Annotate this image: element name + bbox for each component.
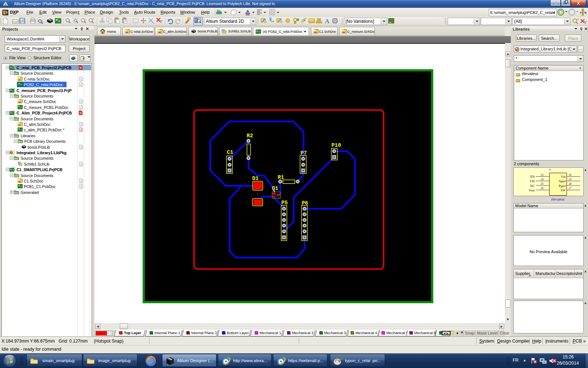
- svg-text:P7: P7: [301, 150, 307, 156]
- svg-text:A: A: [325, 18, 330, 25]
- svg-text:P10: P10: [331, 142, 341, 148]
- svg-text:C1: C1: [227, 149, 233, 155]
- svg-text:26: 26: [541, 187, 544, 190]
- svg-text:R2: R2: [247, 133, 253, 139]
- svg-text:Vout: Vout: [528, 188, 535, 192]
- svg-text:EN: EN: [530, 175, 535, 178]
- svg-text:élevateur: élevateur: [551, 197, 565, 201]
- svg-text:27: 27: [569, 187, 571, 190]
- svg-text:Pgnd: Pgnd: [559, 184, 566, 188]
- svg-text:Q1: Q1: [272, 185, 279, 191]
- svg-text:SW: SW: [561, 188, 566, 192]
- svg-text:Sgnd: Sgnd: [559, 179, 566, 183]
- svg-text:D1: D1: [252, 176, 259, 181]
- svg-text:Vin: Vin: [561, 175, 566, 178]
- svg-text:NC: NC: [530, 184, 535, 188]
- svg-text:24: 24: [541, 178, 544, 181]
- svg-text:Vfb: Vfb: [530, 179, 535, 183]
- svg-text:28: 28: [569, 182, 571, 185]
- svg-text:R1: R1: [278, 174, 284, 180]
- svg-text:P5: P5: [281, 200, 287, 206]
- svg-text:P6: P6: [302, 200, 308, 206]
- svg-text:23: 23: [541, 173, 544, 177]
- svg-text:29: 29: [569, 178, 571, 181]
- svg-text:25: 25: [541, 182, 544, 185]
- svg-text:30: 30: [569, 173, 571, 177]
- svg-text:*: *: [549, 168, 551, 172]
